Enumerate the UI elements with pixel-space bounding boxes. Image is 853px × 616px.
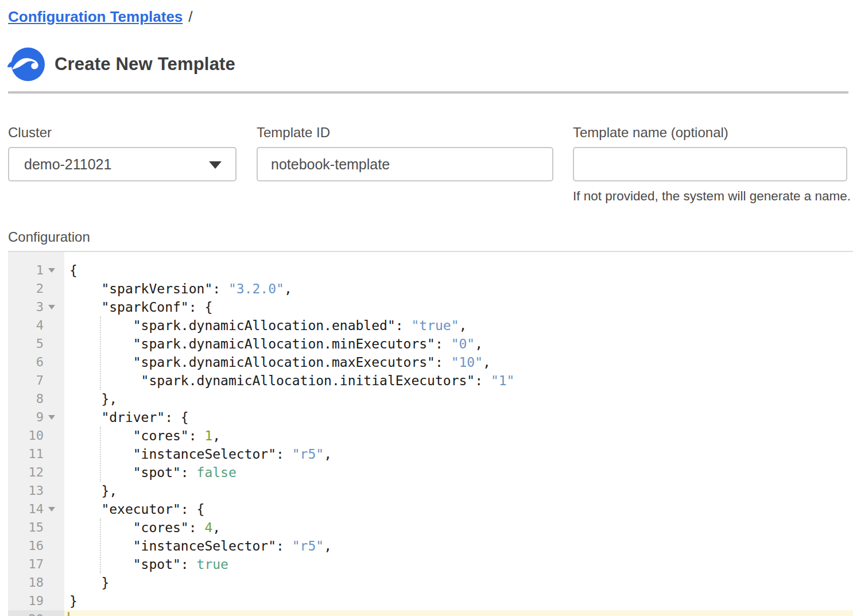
line-number: 13 — [8, 482, 44, 500]
gutter-cell: 15 — [8, 518, 64, 537]
line-number: 2 — [8, 280, 44, 298]
line-number: 7 — [8, 371, 44, 390]
cluster-field: Cluster demo-211021 — [8, 124, 236, 181]
code-line[interactable]: "instanceSelector": "r5", — [64, 537, 853, 555]
template-id-field: Template ID — [257, 124, 553, 181]
fold-arrow-icon[interactable] — [48, 507, 55, 512]
code-line[interactable]: "spark.dynamicAllocation.minExecutors": … — [64, 335, 853, 353]
code-line[interactable]: { — [64, 261, 853, 280]
code-line[interactable]: "spark.dynamicAllocation.enabled": "true… — [64, 316, 853, 335]
gutter-cell: 6 — [8, 353, 64, 371]
line-number: 1 — [8, 261, 44, 280]
gutter-cell: 14 — [8, 500, 64, 518]
gutter-cell: 5 — [8, 335, 64, 353]
fold-arrow-icon[interactable] — [48, 415, 55, 420]
breadcrumb: Configuration Templates/ — [8, 7, 193, 26]
cluster-label: Cluster — [8, 124, 236, 141]
code-line[interactable]: "driver": { — [64, 408, 853, 427]
code-line[interactable]: }, — [64, 482, 853, 500]
editor-code-area[interactable]: { "sparkVersion": "3.2.0", "sparkConf": … — [64, 252, 853, 616]
template-id-label: Template ID — [257, 124, 553, 141]
line-number: 9 — [8, 408, 44, 427]
gutter-cell: 18 — [8, 574, 64, 592]
chevron-down-icon — [209, 161, 222, 169]
line-number: 3 — [8, 298, 44, 316]
line-number: 14 — [8, 500, 44, 518]
code-line[interactable]: "sparkConf": { — [64, 298, 853, 316]
gutter-cell: 12 — [8, 463, 64, 482]
code-line[interactable]: "spark.dynamicAllocation.initialExecutor… — [64, 371, 853, 390]
line-number: 8 — [8, 390, 44, 408]
template-name-field: Template name (optional) If not provided… — [573, 124, 847, 204]
gutter-cell: 17 — [8, 555, 64, 574]
gutter-cell: 13 — [8, 482, 64, 500]
page-title: Create New Template — [55, 54, 235, 75]
template-name-input[interactable] — [573, 147, 847, 181]
code-line[interactable]: "spark.dynamicAllocation.maxExecutors": … — [64, 353, 853, 371]
template-id-input[interactable] — [257, 147, 553, 181]
gutter-cell: 3 — [8, 298, 64, 316]
gutter-cell: 4 — [8, 316, 64, 335]
cluster-select[interactable]: demo-211021 — [8, 147, 236, 181]
text-cursor — [68, 612, 69, 616]
gutter-cell: 1 — [8, 261, 64, 280]
line-number: 20 — [8, 610, 44, 616]
code-line[interactable]: "cores": 1, — [64, 427, 853, 445]
code-line[interactable]: }, — [64, 390, 853, 408]
gutter-cell: 20 — [8, 610, 64, 616]
line-number: 19 — [8, 592, 44, 610]
code-line[interactable]: "instanceSelector": "r5", — [64, 445, 853, 463]
line-number: 6 — [8, 353, 44, 371]
code-line[interactable]: "spot": true — [64, 555, 853, 574]
template-name-helper-text: If not provided, the system will generat… — [573, 189, 847, 204]
code-line[interactable]: "sparkVersion": "3.2.0", — [64, 280, 853, 298]
header-divider — [8, 91, 848, 94]
template-name-label: Template name (optional) — [573, 124, 847, 141]
code-line[interactable]: } — [64, 592, 853, 610]
line-number: 18 — [8, 574, 44, 592]
gutter-cell: 8 — [8, 390, 64, 408]
code-line[interactable]: } — [64, 574, 853, 592]
cluster-select-value: demo-211021 — [24, 156, 111, 173]
line-number: 12 — [8, 463, 44, 482]
ocean-wave-logo-icon — [7, 46, 45, 83]
line-number: 17 — [8, 555, 44, 574]
gutter-cell: 2 — [8, 280, 64, 298]
gutter-cell: 16 — [8, 537, 64, 555]
line-number: 5 — [8, 335, 44, 353]
line-number: 11 — [8, 445, 44, 463]
configuration-label: Configuration — [8, 229, 90, 245]
gutter-cell: 19 — [8, 592, 64, 610]
line-number: 10 — [8, 427, 44, 445]
gutter-cell: 9 — [8, 408, 64, 427]
line-number: 15 — [8, 518, 44, 537]
breadcrumb-link-configuration-templates[interactable]: Configuration Templates — [8, 8, 183, 25]
code-line[interactable] — [64, 610, 853, 616]
breadcrumb-separator: / — [188, 8, 192, 25]
code-line[interactable]: "cores": 4, — [64, 518, 853, 537]
configuration-editor[interactable]: 1234567891011121314151617181920 { "spark… — [8, 251, 853, 616]
fold-arrow-icon[interactable] — [48, 305, 55, 309]
fold-arrow-icon[interactable] — [48, 268, 55, 273]
gutter-cell: 10 — [8, 427, 64, 445]
gutter-cell: 7 — [8, 371, 64, 390]
code-line[interactable]: "spot": false — [64, 463, 853, 482]
line-number: 16 — [8, 537, 44, 555]
code-line[interactable]: "executor": { — [64, 500, 853, 518]
gutter-cell: 11 — [8, 445, 64, 463]
page-header: Create New Template — [7, 46, 235, 83]
editor-gutter: 1234567891011121314151617181920 — [8, 252, 64, 616]
line-number: 4 — [8, 316, 44, 335]
